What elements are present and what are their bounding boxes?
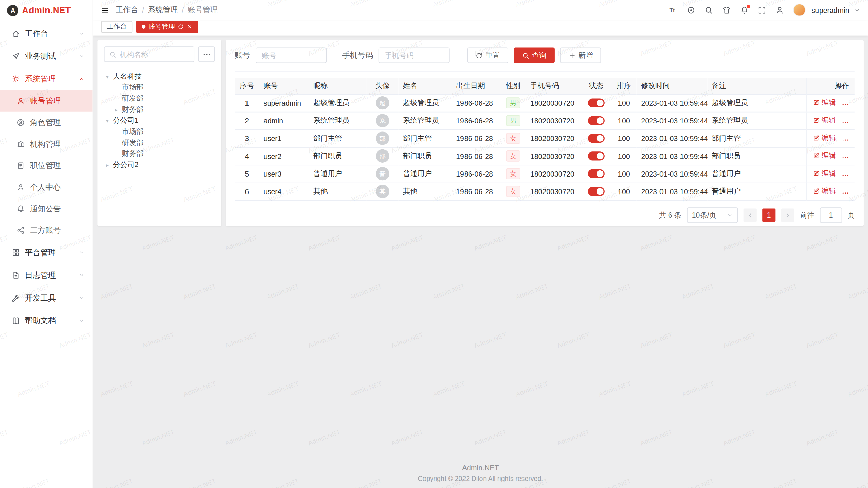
- cell-status: [581, 147, 611, 165]
- tree-node[interactable]: 市场部: [104, 82, 215, 93]
- status-toggle[interactable]: [588, 134, 605, 143]
- sidebar-subitem-1[interactable]: 角色管理: [0, 112, 93, 134]
- search-icon: [109, 50, 116, 58]
- user-avatar: 普: [376, 167, 389, 180]
- sidebar-item-1[interactable]: 业务测试: [0, 45, 93, 67]
- row-more-icon[interactable]: [842, 136, 849, 144]
- status-toggle[interactable]: [588, 152, 605, 161]
- row-more-icon[interactable]: [842, 154, 849, 161]
- cell-status: [581, 183, 611, 200]
- sidebar-item-0[interactable]: 工作台: [0, 22, 93, 45]
- tree-node[interactable]: ▾分公司1: [104, 115, 215, 126]
- edit-button[interactable]: 编辑: [813, 168, 836, 178]
- status-toggle[interactable]: [588, 99, 605, 107]
- breadcrumb-item[interactable]: 系统管理: [148, 5, 178, 15]
- cell-nickname: 其他: [309, 183, 367, 200]
- username[interactable]: superadmin: [812, 6, 849, 14]
- status-toggle[interactable]: [588, 187, 605, 196]
- tree-node[interactable]: 研发部: [104, 137, 215, 148]
- row-more-icon[interactable]: [842, 189, 849, 197]
- app-viewport: A Admin.NET 工作台业务测试系统管理账号管理角色管理机构管理职位管理个…: [0, 0, 868, 488]
- sidebar-item-6[interactable]: 帮助文档: [0, 309, 93, 332]
- profile-icon[interactable]: [775, 6, 784, 14]
- account-input[interactable]: [256, 47, 327, 63]
- sidebar-subitem-3[interactable]: 职位管理: [0, 155, 93, 177]
- cell-avatar: 系: [367, 112, 399, 129]
- tree-node-label: 财务部: [122, 149, 143, 159]
- breadcrumb-item[interactable]: 工作台: [116, 5, 138, 15]
- search-icon[interactable]: [705, 6, 713, 14]
- cell-order: 100: [611, 165, 636, 183]
- tree-node[interactable]: 财务部: [104, 148, 215, 160]
- tree-node[interactable]: 研发部: [104, 93, 215, 104]
- cell-phone: 18020030720: [526, 94, 581, 112]
- goto-page-input[interactable]: [820, 207, 842, 223]
- gender-tag: 男: [506, 97, 520, 108]
- status-toggle[interactable]: [588, 116, 605, 125]
- status-toggle[interactable]: [588, 169, 605, 178]
- tree-caret-icon[interactable]: ▾: [104, 118, 111, 124]
- cell-name: 部门主管: [399, 129, 452, 147]
- edit-button[interactable]: 编辑: [813, 151, 836, 161]
- tree-node[interactable]: ▸分公司2: [104, 159, 215, 170]
- user-avatar: 系: [376, 114, 389, 127]
- tab-1[interactable]: 账号管理: [136, 21, 198, 32]
- sidebar-item-4[interactable]: 日志管理: [0, 264, 93, 287]
- app-logo[interactable]: A Admin.NET: [0, 0, 93, 20]
- menu-toggle-icon[interactable]: [101, 6, 109, 14]
- tree-node[interactable]: 市场部: [104, 126, 215, 137]
- tree-node[interactable]: ▾大名科技: [104, 71, 215, 82]
- tab-refresh-icon[interactable]: [178, 23, 184, 29]
- page-number-button[interactable]: 1: [762, 208, 775, 222]
- add-button[interactable]: 新增: [560, 47, 601, 63]
- cell-avatar: 部: [367, 147, 399, 165]
- page-size-select[interactable]: 10条/页: [687, 207, 738, 223]
- edit-button[interactable]: 编辑: [813, 98, 836, 107]
- edit-button[interactable]: 编辑: [813, 133, 836, 143]
- sidebar-subitem-0[interactable]: 账号管理: [0, 90, 93, 112]
- sidebar-item-2[interactable]: 系统管理: [0, 67, 93, 90]
- tab-0[interactable]: 工作台: [101, 21, 132, 32]
- font-size-icon[interactable]: Tt: [669, 6, 677, 14]
- tree-caret-icon[interactable]: ▾: [104, 73, 111, 79]
- phone-input[interactable]: [379, 47, 450, 63]
- tree-node[interactable]: ▸财务部: [104, 104, 215, 115]
- row-more-icon[interactable]: [842, 171, 849, 179]
- row-more-icon[interactable]: [842, 118, 849, 126]
- theme-icon[interactable]: [723, 6, 731, 14]
- next-page-button[interactable]: [781, 208, 794, 222]
- query-button[interactable]: 查询: [514, 47, 555, 63]
- gender-tag: 女: [506, 168, 520, 179]
- org-more-button[interactable]: [198, 46, 215, 62]
- sidebar-item-5[interactable]: 开发工具: [0, 287, 93, 309]
- reset-button[interactable]: 重置: [467, 47, 508, 63]
- cell-modified-time: 2023-01-03 10:59:44: [637, 112, 708, 129]
- prev-page-button[interactable]: [744, 208, 757, 222]
- edit-icon: [813, 117, 820, 124]
- fullscreen-icon[interactable]: [758, 6, 766, 14]
- cell-account: user4: [259, 183, 309, 200]
- edit-button[interactable]: 编辑: [813, 115, 836, 125]
- sidebar-subitem-2[interactable]: 机构管理: [0, 133, 93, 155]
- user-menu-chevron-icon[interactable]: [854, 7, 860, 13]
- sidebar-subitem-6[interactable]: 三方账号: [0, 220, 93, 241]
- tab-close-icon[interactable]: [186, 23, 193, 29]
- org-search-input[interactable]: [120, 50, 190, 58]
- link-icon: [17, 226, 25, 235]
- tree-caret-icon[interactable]: ▸: [104, 162, 111, 168]
- cell-account: user3: [259, 165, 309, 183]
- sidebar-subitem-4[interactable]: 个人中心: [0, 177, 93, 198]
- cell-name: 部门职员: [399, 147, 452, 165]
- edit-icon: [813, 152, 820, 159]
- row-more-icon[interactable]: [842, 100, 849, 108]
- sidebar-subitem-5[interactable]: 通知公告: [0, 198, 93, 220]
- component-size-icon[interactable]: [687, 6, 695, 14]
- sidebar-item-3[interactable]: 平台管理: [0, 241, 93, 264]
- edit-button[interactable]: 编辑: [813, 186, 836, 196]
- notification-bell-icon[interactable]: [740, 6, 748, 14]
- chevron-down-icon: [79, 318, 85, 324]
- phone-label: 手机号码: [342, 50, 373, 60]
- column-header: 昵称: [309, 78, 367, 94]
- user-avatar[interactable]: [793, 4, 806, 16]
- tree-caret-icon[interactable]: ▸: [113, 106, 120, 113]
